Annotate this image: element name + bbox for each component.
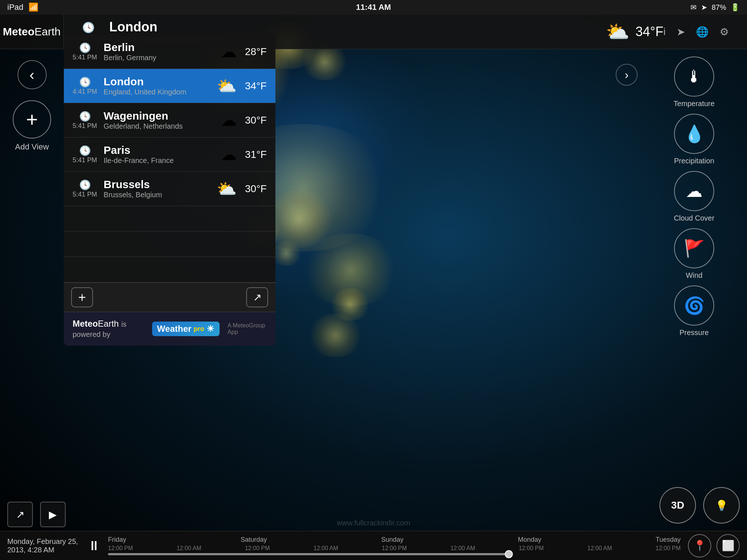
wind-icon: 🚩 (684, 238, 705, 258)
city-region-london: England, United Kingdom (104, 88, 212, 96)
city-name-brussels: Brussels (104, 178, 212, 191)
location-icon: ➤ (701, 3, 707, 12)
watermark: www.fullcrackindir.com (337, 519, 410, 527)
app-name-light: Earth (34, 26, 61, 38)
city-info-paris: Paris Ile-de-France, France (104, 144, 216, 165)
timeline-day-labels: Friday Saturday Sunday Monday Tuesday (108, 536, 681, 544)
city-info-brussels: Brussels Brussels, Belgium (104, 178, 212, 199)
city-time-text-berlin: 5:41 PM (73, 54, 97, 61)
city-info-london: London England, United Kingdom (104, 75, 212, 96)
email-icon: ✉ (690, 3, 697, 12)
branding-text: MeteoEarth is powered by (73, 319, 147, 339)
location-button[interactable]: ➤ (677, 26, 685, 38)
settings-button[interactable]: ⚙ (720, 26, 729, 38)
day-friday: Friday (108, 536, 126, 544)
timeline-thumb[interactable] (505, 550, 513, 558)
pause-button[interactable]: ⏸ (88, 538, 101, 553)
city-info-wageningen: Wageningen Gelderland, Netherlands (104, 110, 216, 131)
forward-button[interactable]: › (616, 64, 638, 86)
layers-button[interactable]: 🌐 (696, 26, 709, 38)
cloud-icon: ☁ (686, 181, 703, 201)
city-name-paris: Paris (104, 144, 216, 156)
day-tuesday: Tuesday (656, 536, 681, 544)
cloud-cover-layer-label: Cloud Cover (674, 214, 714, 222)
city-item-paris[interactable]: 🕓 5:41 PM Paris Ile-de-France, France ☁ … (64, 137, 275, 172)
city-temp-london: 34°F (241, 80, 267, 92)
temperature-layer-button[interactable]: 🌡 (674, 57, 714, 97)
empty-row-1 (64, 206, 275, 232)
bottom-action-buttons: 3D 💡 (659, 487, 740, 524)
bottom-left-buttons: ↗ ▶ (7, 502, 66, 527)
day-sunday: Sunday (381, 536, 403, 544)
city-weather-icon-wageningen: ☁ (221, 111, 237, 129)
3d-button[interactable]: 3D (659, 487, 696, 524)
city-item-wageningen[interactable]: 🕓 5:41 PM Wageningen Gelderland, Netherl… (64, 103, 275, 137)
clock-icon: 🕓 (75, 22, 102, 34)
add-view-label: Add View (15, 142, 49, 152)
city-temp-wageningen: 30°F (241, 114, 267, 126)
empty-row-3 (64, 257, 275, 283)
info-button[interactable]: i (663, 26, 666, 38)
right-panel: 🌡 Temperature 💧 Precipitation ☁ Cloud Co… (641, 49, 747, 531)
city-weather-icon-paris: ☁ (221, 145, 237, 164)
day-saturday: Saturday (241, 536, 267, 544)
city-region-wageningen: Gelderland, Netherlands (104, 122, 216, 131)
timeline-progress (108, 553, 509, 555)
back-button[interactable]: ‹ (18, 60, 47, 89)
timeline-track[interactable]: Friday Saturday Sunday Monday Tuesday 12… (108, 538, 681, 553)
header-temperature: 34°F (635, 24, 663, 39)
time-label-6: 12:00 PM (519, 545, 543, 552)
timeline-right-buttons: 📍 ⬜ (688, 534, 740, 557)
city-time-text-paris: 5:41 PM (73, 156, 97, 164)
city-time-text-wageningen: 5:41 PM (73, 122, 97, 130)
battery-icon: 🔋 (731, 3, 740, 12)
header-weather-icon: ⛅ (606, 21, 630, 43)
wifi-icon: 📶 (28, 3, 38, 12)
city-item-berlin[interactable]: 🕓 5:41 PM Berlin Berlin, Germany ☁ 28°F (64, 35, 275, 69)
left-nav: ‹ + Add View (0, 49, 64, 531)
meteogroup-text: A MeteoGroup App (228, 322, 267, 335)
dropdown-export-button[interactable]: ↗ (246, 287, 268, 307)
weather-pro-badge: Weatherpro ☀ (152, 322, 220, 336)
city-time-text-london: 4:41 PM (73, 88, 97, 96)
wind-layer-label: Wind (686, 271, 703, 280)
timeline-location-button[interactable]: 📍 (688, 534, 711, 557)
cloud-cover-layer-button[interactable]: ☁ (674, 171, 714, 211)
clock-icon-wageningen: 🕓 (79, 111, 91, 122)
clock: 11:41 AM (356, 3, 391, 12)
precipitation-layer-label: Precipitation (674, 157, 714, 165)
city-temp-berlin: 28°F (241, 46, 267, 58)
timeline-share-button[interactable]: ⬜ (716, 534, 740, 557)
city-name-wageningen: Wageningen (104, 110, 216, 122)
pressure-layer-button[interactable]: 🌀 (674, 285, 714, 326)
city-weather-icon-berlin: ☁ (221, 42, 237, 61)
city-region-berlin: Berlin, Germany (104, 54, 216, 62)
day-monday: Monday (518, 536, 541, 544)
city-weather-icon-brussels: ⛅ (217, 179, 237, 198)
empty-row-2 (64, 232, 275, 257)
time-label-0: 12:00 PM (108, 545, 133, 552)
weather-pro-text: Weather (157, 324, 191, 334)
battery-label: 87% (712, 3, 726, 12)
add-view-button[interactable]: + (13, 100, 51, 139)
precipitation-icon: 💧 (684, 124, 705, 144)
app-name-bold: Meteo (3, 26, 35, 38)
city-time-london: 🕓 4:41 PM (73, 77, 97, 96)
header-weather: ⛅ 34°F (606, 21, 663, 43)
wind-layer-button[interactable]: 🚩 (674, 228, 714, 268)
dropdown-add-button[interactable]: + (71, 287, 93, 307)
pressure-layer-label: Pressure (680, 328, 709, 337)
precipitation-layer-button[interactable]: 💧 (674, 114, 714, 154)
share-button[interactable]: ↗ (7, 502, 33, 527)
header-actions: i ➤ 🌐 ⚙ (663, 26, 736, 38)
lightbulb-button[interactable]: 💡 (703, 487, 740, 524)
city-item-brussels[interactable]: 🕓 5:41 PM Brussels Brussels, Belgium ⛅ 3… (64, 172, 275, 206)
carrier-label: iPad (7, 3, 23, 12)
timeline-time-labels: 12:00 PM 12:00 AM 12:00 PM 12:00 AM 12:0… (108, 545, 681, 552)
thermometer-icon: 🌡 (686, 67, 703, 86)
play-button[interactable]: ▶ (40, 502, 66, 527)
timeline: Monday, February 25, 2013, 4:28 AM ⏸ Fri… (0, 531, 747, 560)
city-item-london[interactable]: 🕓 4:41 PM London England, United Kingdom… (64, 69, 275, 103)
pressure-icon: 🌀 (684, 296, 705, 315)
clock-icon-london: 🕓 (79, 77, 91, 88)
